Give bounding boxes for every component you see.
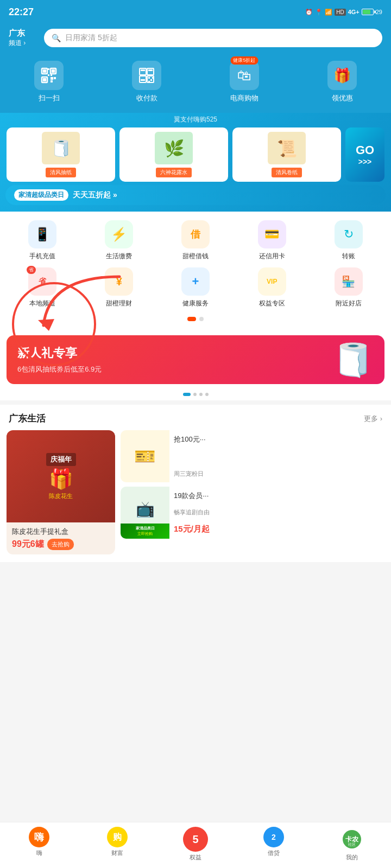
main-product-card[interactable]: 庆福年 🎁 陈皮花生 陈皮花生手提礼盒 99元6罐 去抢购 [7, 430, 115, 554]
quick-action-coupon[interactable]: 🎁 领优惠 [327, 61, 357, 103]
service-local[interactable]: 省 省 本地频道 [10, 267, 75, 308]
pay-icon [132, 61, 161, 90]
main-product-price: 99元6罐 [12, 539, 44, 550]
svg-text:卡农: 卡农 [345, 835, 359, 843]
side-product-2[interactable]: 家清品类日 立即抢购 📺 19款会员··· 畅享追剧自由 15元/月起 [121, 487, 384, 539]
promo-subtitle: 6包清风抽纸券后低至6.9元 [17, 365, 102, 374]
coupon-icon: 🎁 [327, 61, 357, 90]
quick-action-scan[interactable]: 扫一扫 [34, 61, 64, 103]
service-loan[interactable]: 借 甜橙借钱 [163, 220, 228, 261]
status-time: 22:27 [9, 7, 34, 18]
service-credit-card[interactable]: 💳 还信用卡 [239, 220, 305, 261]
sub-banner-text: 天天五折起 » [73, 190, 117, 200]
service-finance-label: 甜橙理财 [106, 299, 132, 308]
service-life-payment[interactable]: ⚡ 生活缴费 [86, 220, 152, 261]
credit-card-icon: 💳 [258, 220, 286, 248]
promo-banner[interactable]: 新人礼专享 6包清风抽纸券后低至6.9元 🧻 [7, 335, 384, 384]
main-product-info: 陈皮花生手提礼盒 99元6罐 去抢购 [7, 522, 115, 554]
main-product-buy-btn[interactable]: 去抢购 [47, 539, 74, 550]
rights-nav-label: 权益 [190, 853, 201, 861]
service-phone-recharge[interactable]: 📱 手机充值 [10, 220, 75, 261]
section-more[interactable]: 更多 › [364, 414, 382, 424]
svg-rect-5 [43, 78, 46, 81]
product-image-paper: 🧻 [42, 132, 80, 164]
banner-product-qingfeng-paper[interactable]: 🧻 清风抽纸 [7, 127, 115, 182]
promo-banner-container: 新人礼专享 6包清风抽纸券后低至6.9元 🧻 [0, 335, 391, 400]
scan-icon [34, 61, 64, 90]
promo-title: 新人礼专享 [17, 345, 102, 361]
svg-rect-14 [141, 69, 145, 71]
go-button[interactable]: GO >>> [345, 127, 384, 182]
location-text: 广东 [9, 28, 25, 39]
service-local-label: 本地频道 [29, 299, 55, 308]
promo-dot-1 [183, 393, 191, 396]
side-product-1[interactable]: 🎫 抢100元··· 周三宠粉日 [121, 430, 384, 482]
finance-icon: ¥ [105, 267, 133, 296]
svg-rect-7 [51, 74, 52, 76]
shop-label: 电商购物 [230, 93, 258, 103]
sub-banner[interactable]: 家清超级品类日 天天五折起 » [5, 185, 386, 205]
service-health[interactable]: + 健康服务 [163, 267, 228, 308]
service-transfer[interactable]: ↻ 转账 [316, 220, 381, 261]
services-dots-indicator [0, 315, 391, 327]
service-vip[interactable]: VIP 权益专区 [239, 267, 305, 308]
local-badge: 省 [27, 266, 36, 274]
status-bar: 22:27 ⏰ 📍 📶 HD 4G+ 29 [0, 0, 391, 24]
banner-products: 🧻 清风抽纸 🌿 六神花露水 📜 清风卷纸 GO >>> [0, 127, 391, 182]
svg-rect-9 [54, 77, 56, 79]
quick-action-shop[interactable]: 🛍 健康5折起 电商购物 [230, 61, 259, 103]
loan-nav-label: 借贷 [268, 849, 280, 857]
nearby-icon: 🏪 [335, 267, 363, 296]
svg-rect-3 [52, 69, 55, 73]
quick-action-pay[interactable]: 收付款 [132, 61, 161, 103]
battery-percent: 29 [376, 9, 382, 15]
section-title: 广东生活 [9, 412, 46, 425]
search-bar[interactable]: 🔍 日用家清 5折起 [44, 29, 382, 47]
home-nav-label: 嗨 [36, 849, 42, 857]
go-text: GO [356, 143, 374, 157]
banner-product-qingfeng-roll[interactable]: 📜 清风卷纸 [232, 127, 341, 182]
nav-item-home[interactable]: 嗨 嗨 [0, 827, 78, 861]
svg-rect-18 [141, 79, 145, 81]
svg-text:社区: 社区 [348, 843, 356, 846]
rights-nav-icon: 5 [183, 827, 208, 852]
nav-item-rights[interactable]: 5 权益 [156, 827, 235, 861]
vip-icon: VIP [258, 267, 286, 296]
svg-rect-6 [48, 68, 49, 70]
service-transfer-label: 转账 [342, 252, 355, 261]
search-placeholder: 日用家清 5折起 [65, 33, 117, 43]
dot-1 [187, 317, 196, 321]
nav-item-wealth[interactable]: 购 财富 [78, 827, 156, 861]
side-product-1-info: 抢100元··· 周三宠粉日 [169, 430, 384, 482]
bottom-spacer [0, 566, 391, 610]
service-health-label: 健康服务 [182, 299, 209, 308]
promo-image: 🧻 [333, 341, 374, 379]
nav-item-loan[interactable]: 2 借贷 [235, 827, 313, 861]
loan-nav-icon: 2 [263, 827, 284, 847]
wealth-nav-label: 财富 [111, 849, 123, 857]
promo-dot-2 [193, 393, 197, 396]
side-product-2-info: 19款会员··· 畅享追剧自由 15元/月起 [169, 487, 384, 539]
loan-icon: 借 [181, 220, 210, 248]
promo-dots [0, 390, 391, 398]
product-image-liushen: 🌿 [155, 132, 193, 164]
side-product-2-price: 15元/月起 [174, 524, 210, 533]
nav-item-mine[interactable]: 卡农 社区 我的 [313, 827, 391, 861]
svg-rect-19 [148, 77, 150, 79]
location-button[interactable]: 广东 频道 › [9, 28, 39, 48]
products-grid: 庆福年 🎁 陈皮花生 陈皮花生手提礼盒 99元6罐 去抢购 🎫 [0, 430, 391, 562]
services-row-1: 📱 手机充值 ⚡ 生活缴费 借 甜橙借钱 💳 还信用卡 ↻ 转账 [0, 220, 391, 267]
banner-product-liushen[interactable]: 🌿 六神花露水 [119, 127, 228, 182]
side-product-1-image: 🎫 [121, 430, 169, 482]
service-vip-label: 权益专区 [259, 299, 285, 308]
banner-area: 翼支付嗨购525 🧻 清风抽纸 🌿 六神花露水 📜 清风卷纸 GO >>> 家清… [0, 113, 391, 212]
sub-banner-badge: 家清超级品类日 [14, 189, 68, 201]
service-finance[interactable]: ¥ 甜橙理财 [86, 267, 152, 308]
side-product-2-desc: 畅享追剧自由 [174, 508, 380, 516]
services-row-2: 省 省 本地频道 ¥ 甜橙理财 + 健康服务 VIP 权益专区 🏪 [0, 267, 391, 315]
mine-nav-icon: 卡农 社区 [339, 827, 364, 852]
service-nearby[interactable]: 🏪 附近好店 [316, 267, 381, 308]
location-sub: 频道 › [9, 39, 26, 48]
side-product-1-desc: 周三宠粉日 [174, 470, 380, 478]
section-header: 广东生活 更多 › [0, 405, 391, 430]
